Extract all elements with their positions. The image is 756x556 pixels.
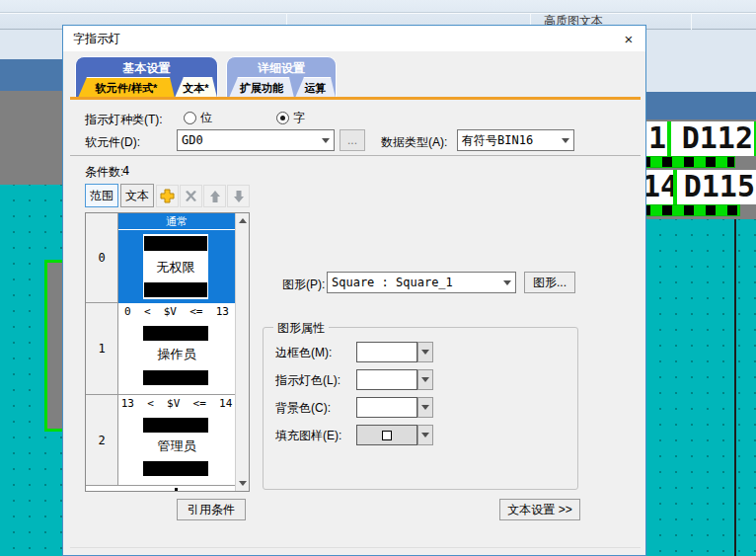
fill-pattern-dropdown[interactable] <box>417 425 433 445</box>
chevron-down-icon[interactable] <box>557 130 573 150</box>
numeric-display[interactable]: 1 <box>646 121 669 156</box>
numeric-display[interactable]: D112 <box>669 121 756 156</box>
radio-word-label: 字 <box>293 110 305 126</box>
add-condition-button[interactable] <box>156 185 179 207</box>
partially-hidden-object[interactable] <box>646 204 740 216</box>
condition-row-2[interactable]: 13 < $V <= 14 管理员 <box>118 395 235 486</box>
device-browse-button[interactable]: ... <box>340 129 365 151</box>
toolbar-divider <box>0 12 756 14</box>
condition-index-cell[interactable]: 1 <box>86 303 118 395</box>
separator <box>70 547 641 548</box>
lamp-preview: 无权限 <box>143 234 208 299</box>
lamp-bar <box>144 236 207 251</box>
move-up-button[interactable] <box>203 185 226 207</box>
radio-bit[interactable]: 位 <box>184 110 212 126</box>
chevron-down-icon[interactable] <box>317 130 334 150</box>
condition-header: 0 < $V <= 13 <box>118 303 235 320</box>
radio-word-circle[interactable] <box>276 112 289 124</box>
range-button[interactable]: 范围 <box>85 184 118 207</box>
condition-row-1[interactable]: 0 < $V <= 13 操作员 <box>118 303 235 395</box>
text-button[interactable]: 文本 <box>120 184 154 207</box>
canvas-left <box>0 30 62 556</box>
numeric-display[interactable]: D115 <box>675 170 756 204</box>
pattern-square-icon <box>382 431 392 440</box>
lamp-color-label: 指示灯色(L): <box>275 372 340 389</box>
reference-condition-button[interactable]: 引用条件 <box>177 499 246 520</box>
dialog-titlebar[interactable]: 字指示灯 × <box>63 26 645 51</box>
delete-x-icon <box>185 190 197 202</box>
lamp-color-dropdown[interactable] <box>417 369 433 390</box>
panel-band <box>0 30 62 59</box>
shape-attributes-title: 图形属性 <box>273 320 329 337</box>
condition-list: 0 1 2 通常 无权限 0 < $V <= 13 操作员 <box>85 212 250 492</box>
dialog-title: 字指示灯 <box>63 31 612 47</box>
lamp-type-label: 指示灯种类(T): <box>85 112 163 128</box>
condition-header: 13 < $V <= 14 <box>118 395 235 412</box>
move-down-button[interactable] <box>227 185 250 207</box>
frame-color-swatch[interactable] <box>356 342 417 362</box>
close-icon[interactable]: × <box>612 27 645 50</box>
toolbar-separator <box>691 13 692 30</box>
clipped-text-mark <box>175 488 178 491</box>
tab-extended-function[interactable]: 扩展功能 <box>229 77 294 98</box>
background-color-label: 背景色(C): <box>275 400 331 417</box>
condition-row-partial[interactable] <box>118 486 235 491</box>
condition-count-value: 4 <box>122 164 129 178</box>
lamp-bar <box>143 418 208 433</box>
data-type-value: 有符号BIN16 <box>458 132 557 149</box>
lamp-bar <box>144 282 207 297</box>
fill-pattern-label: 填充图样(E): <box>275 428 341 444</box>
numeric-display-row-1[interactable]: 1 D112 <box>646 121 756 156</box>
lamp-bar <box>143 370 208 385</box>
text-settings-button[interactable]: 文本设置 >> <box>499 499 580 520</box>
tab-group-detail-label: 详细设置 <box>227 57 336 77</box>
background-color-dropdown[interactable] <box>417 397 433 418</box>
data-type-combobox[interactable]: 有符号BIN16 <box>457 129 574 151</box>
lamp-bar <box>143 326 208 341</box>
gt-designer-workspace: 高质图文本 1 D112 14 D115 字指示灯 × <box>0 0 756 556</box>
condition-count-label: 条件数: <box>85 164 123 181</box>
canvas-right: 1 D112 14 D115 <box>646 30 756 556</box>
radio-bit-circle[interactable] <box>184 112 196 124</box>
tab-operation[interactable]: 运算 <box>295 77 336 98</box>
selected-object-left[interactable] <box>44 260 62 432</box>
radio-word[interactable]: 字 <box>276 110 305 126</box>
frame-color-dropdown[interactable] <box>417 342 433 362</box>
device-label: 软元件(D): <box>85 134 140 151</box>
delete-condition-button[interactable] <box>180 185 202 207</box>
scroll-down-button[interactable] <box>236 476 250 491</box>
arrow-up-icon <box>209 190 221 203</box>
canvas-teal <box>646 219 756 556</box>
lamp-text: 管理员 <box>118 437 235 455</box>
tab-group-basic: 基本设置 软元件/样式* 文本* <box>75 56 218 98</box>
scroll-up-icon <box>239 218 247 223</box>
tab-text[interactable]: 文本* <box>175 77 217 98</box>
fill-pattern-swatch[interactable] <box>356 425 417 445</box>
plus-icon <box>160 189 175 203</box>
shape-browse-button[interactable]: 图形... <box>524 272 575 293</box>
list-scrollbar[interactable] <box>235 213 249 491</box>
condition-index-cell[interactable]: 0 <box>86 213 118 303</box>
shape-combobox[interactable]: Square : Square_1 <box>327 272 516 293</box>
frame-color-label: 边框色(M): <box>275 345 332 361</box>
condition-row-0[interactable]: 通常 无权限 <box>118 213 235 303</box>
tab-device-style[interactable]: 软元件/样式* <box>78 77 175 98</box>
tab-group-basic-label: 基本设置 <box>76 57 217 77</box>
chevron-down-icon[interactable] <box>498 273 515 292</box>
scroll-up-button[interactable] <box>236 213 250 228</box>
numeric-display[interactable]: 14 <box>646 170 675 204</box>
tab-group-detail: 详细设置 扩展功能 运算 <box>226 56 337 98</box>
screen-gray-band <box>0 91 62 185</box>
panel-band <box>646 30 756 92</box>
condition-index-cell[interactable]: 2 <box>86 395 118 486</box>
shape-value: Square : Square_1 <box>328 276 498 289</box>
lamp-color-swatch[interactable] <box>356 369 417 390</box>
numeric-display-row-2[interactable]: 14 D115 <box>646 170 756 204</box>
partially-hidden-object[interactable] <box>646 156 735 168</box>
screen-title-band <box>0 59 62 91</box>
device-combobox[interactable]: GD0 <box>177 129 335 151</box>
condition-header: 通常 <box>118 213 235 230</box>
lamp-text: 无权限 <box>143 259 208 277</box>
background-color-swatch[interactable] <box>356 397 417 418</box>
device-value: GD0 <box>178 133 317 147</box>
